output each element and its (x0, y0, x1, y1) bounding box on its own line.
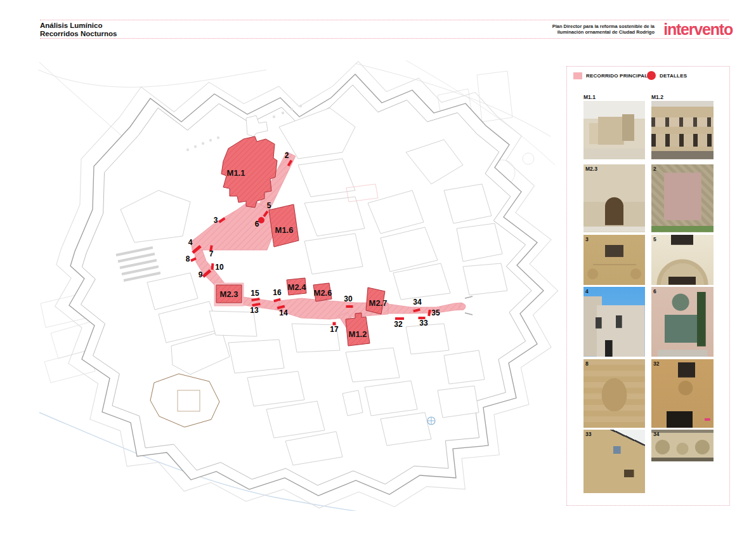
thumbnail-label: 5 (653, 236, 656, 242)
detail-label-10: 10 (215, 263, 224, 272)
monument-label-M2.3: M2.3 (220, 289, 238, 299)
thumbnail-M1.2: M1.2 (651, 96, 714, 159)
thumbnail-5: 5 (651, 235, 714, 285)
page-title-line1: Análisis Lumínico (40, 22, 117, 30)
page-title: Análisis Lumínico Recorridos Nocturnos (40, 22, 117, 37)
monument-label-M2.7: M2.7 (369, 298, 388, 308)
detail-label-17: 17 (330, 325, 339, 334)
header-description-line1: Plan Director para la reforma sostenible… (552, 23, 655, 29)
header-rule-top (40, 20, 729, 20)
detail-label-14: 14 (279, 308, 288, 317)
intervento-logo: intervento (663, 20, 733, 39)
thumbnail-2: 2 (651, 164, 714, 232)
thumbnail-8: 8 (583, 359, 645, 428)
detail-marker-6 (258, 217, 264, 223)
header-rule-bottom (40, 38, 729, 39)
detail-label-5: 5 (267, 201, 271, 210)
photo-stone-frieze (651, 430, 714, 461)
detail-label-8: 8 (186, 254, 190, 263)
photo-coat-of-arms-relief (583, 359, 645, 428)
thumbnail-label: 3 (585, 236, 589, 242)
photo-facade-shield-window (651, 359, 714, 428)
thumbnail-34: 34 (651, 430, 714, 461)
detail-marker-30 (346, 305, 353, 308)
thumbnail-32: 32 (651, 359, 714, 428)
photo-stone-portal-door (583, 164, 645, 232)
monument-label-M2.4: M2.4 (288, 282, 307, 292)
monument-label-M2.6: M2.6 (314, 288, 332, 298)
thumbnail-label: M1.2 (651, 94, 663, 100)
detail-label-9: 9 (199, 270, 203, 279)
monument-label-M1.6: M1.6 (275, 225, 294, 235)
thumbnail-label: 32 (653, 360, 659, 367)
detail-label-7: 7 (209, 249, 214, 258)
detail-label-2: 2 (285, 151, 289, 160)
thumbnail-label: 34 (653, 431, 659, 437)
thumbnail-M1.1: M1.1 (583, 101, 645, 159)
detail-label-35: 35 (431, 308, 440, 317)
detail-label-16: 16 (273, 288, 282, 297)
header-description-line2: iluminación ornamental de Ciudad Rodrigo (552, 29, 655, 35)
photo-facade-window (583, 235, 645, 285)
detail-label-34: 34 (413, 298, 422, 307)
legend-details-swatch (647, 71, 656, 80)
detail-label-3: 3 (214, 216, 218, 225)
detail-label-15: 15 (251, 289, 259, 298)
detail-label-13: 13 (250, 306, 259, 315)
thumbnail-M2.3: M2.3 (583, 164, 645, 232)
thumbnail-label: 4 (585, 288, 589, 294)
monument-label-M1.1: M1.1 (227, 168, 245, 178)
thumbnail-label: M1.1 (583, 94, 596, 100)
thumbnail-33: 33 (583, 430, 645, 493)
photo-gothic-house (583, 287, 645, 357)
thumbnail-label: 6 (653, 288, 656, 294)
detail-label-4: 4 (188, 238, 193, 247)
detail-label-33: 33 (419, 319, 428, 327)
thumbnail-label: 33 (585, 431, 591, 437)
photo-bronze-bust (651, 287, 714, 357)
legend-route-swatch (573, 72, 582, 79)
detail-label-32: 32 (394, 320, 403, 329)
photo-cathedral (583, 101, 645, 159)
page: Análisis Lumínico Recorridos Nocturnos P… (0, 0, 756, 535)
thumbnail-label: 2 (653, 166, 656, 172)
thumbnail-label: 8 (585, 360, 589, 367)
photo-carved-tympanum (651, 235, 714, 285)
page-title-line2: Recorridos Nocturnos (40, 30, 117, 38)
photo-town-hall-arcade (651, 101, 714, 159)
thumbnail-label: M2.3 (585, 166, 597, 172)
detail-label-30: 30 (344, 294, 353, 303)
legend-details-label: DETALLES (660, 73, 687, 79)
monument-label-M1.2: M1.2 (349, 329, 367, 339)
detail-label-6: 6 (255, 220, 259, 228)
header-description: Plan Director para la reforma sostenible… (552, 23, 655, 35)
photo-stone-corner-building (583, 430, 645, 493)
legend-panel: RECORRIDO PRINCIPAL DETALLES M1.1 M1.2 M… (566, 66, 730, 506)
photo-stone-relief-plaque (651, 164, 714, 232)
thumbnail-4: 4 (583, 287, 645, 357)
city-map: M1.1M1.6M2.3M2.4M2.6M2.7M1.2234567891015… (37, 56, 564, 511)
thumbnail-6: 6 (651, 287, 714, 357)
thumbnail-3: 3 (583, 235, 645, 285)
legend-route-label: RECORRIDO PRINCIPAL (586, 73, 648, 79)
